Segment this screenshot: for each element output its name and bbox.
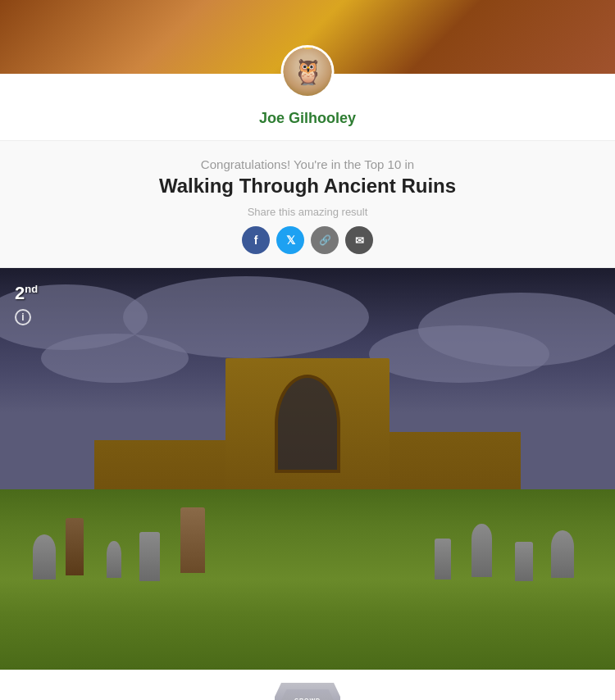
grass-layer (0, 489, 615, 670)
share-buttons-group: f 𝕏 🔗 ✉ (16, 226, 599, 254)
email-icon: ✉ (355, 234, 364, 247)
user-name: Joe Gilhooley (0, 110, 615, 127)
gravestone-5 (180, 507, 205, 573)
rank-overlay: 2nd i (15, 283, 38, 325)
gravestone-4 (139, 532, 160, 581)
twitter-icon: 𝕏 (286, 234, 295, 247)
crowd-badge: Crowd 👥 TOP 10 🌿 🌿 (275, 683, 340, 700)
challenge-title: Walking Through Ancient Ruins (16, 175, 599, 198)
info-icon[interactable]: i (15, 309, 31, 325)
rank-number: 2nd (15, 283, 38, 304)
bottom-badge-section: Crowd 👥 TOP 10 🌿 🌿 Crowd 2nd (0, 670, 615, 700)
header-banner: 🦉 👑 ✦ ✦ (0, 0, 615, 74)
facebook-share-button[interactable]: f (242, 226, 270, 254)
gravestone-8 (515, 542, 533, 581)
avatar-image: 🦉 (284, 48, 332, 96)
gravestone-3 (107, 541, 121, 578)
crown-icon: 👑 (301, 45, 315, 49)
share-label: Share this amazing result (16, 206, 599, 218)
avatar: 🦉 👑 ✦ ✦ (281, 45, 335, 98)
congrats-subtitle: Congratulations! You're in the Top 10 in (16, 157, 599, 171)
gravestone-1 (33, 534, 56, 580)
link-icon: 🔗 (319, 234, 331, 246)
shield-inner: Crowd 👥 TOP 10 (281, 689, 334, 700)
facebook-icon: f (254, 234, 258, 247)
ruins-scene: 2nd i (0, 268, 615, 670)
shield-shape: Crowd 👥 TOP 10 🌿 🌿 (275, 683, 340, 700)
email-share-button[interactable]: ✉ (345, 226, 373, 254)
main-image: 2nd i (0, 268, 615, 670)
gravestone-9 (551, 530, 574, 578)
badge-crowd-label: Crowd (294, 698, 321, 701)
congrats-section: Congratulations! You're in the Top 10 in… (0, 141, 615, 268)
gravestone-7 (472, 524, 492, 577)
arch-window (275, 375, 340, 473)
gravestone-6 (435, 539, 451, 580)
gravestone-2 (66, 518, 84, 575)
link-share-button[interactable]: 🔗 (311, 226, 339, 254)
twitter-share-button[interactable]: 𝕏 (276, 226, 304, 254)
